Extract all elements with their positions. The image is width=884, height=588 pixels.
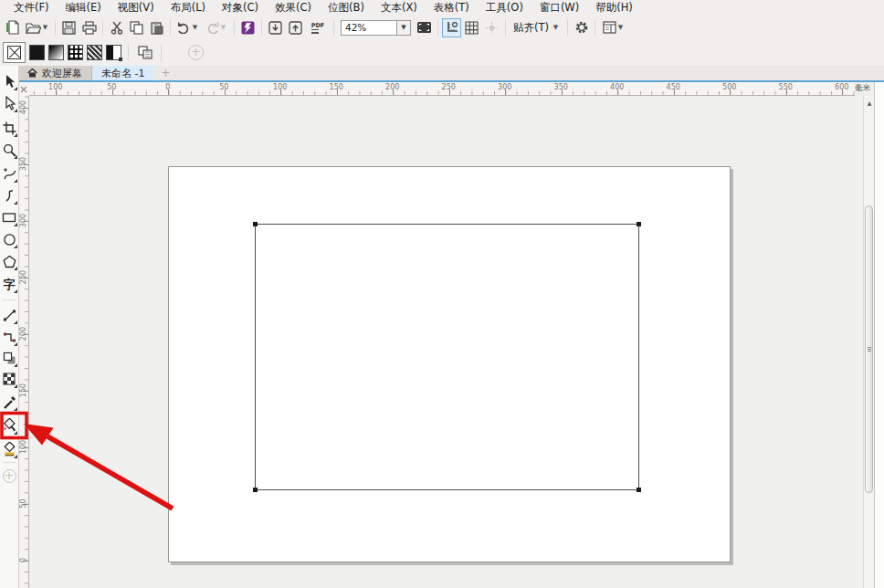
snap-to-dropdown-arrow[interactable]: ▼ — [552, 24, 560, 31]
add-toolbar-item-button[interactable]: + — [188, 45, 204, 60]
cut-button[interactable] — [107, 18, 126, 37]
import-button[interactable] — [266, 18, 285, 37]
document-tab-bar: 欢迎屏幕 未命名 -1 + — [18, 66, 884, 82]
save-floppy-icon — [62, 21, 76, 35]
drawn-rectangle-object[interactable] — [255, 224, 639, 490]
tab-untitled-document[interactable]: 未命名 -1 — [92, 66, 153, 80]
redo-button[interactable]: ▼ — [203, 18, 230, 37]
connector-tool[interactable] — [1, 327, 17, 347]
texture-fill-button[interactable] — [87, 45, 102, 60]
menu-item[interactable]: 布局(L) — [163, 0, 214, 16]
ruler-label: 350 — [554, 83, 568, 91]
redo-dropdown-arrow[interactable]: ▼ — [219, 24, 227, 31]
transparency-checker-icon — [3, 373, 16, 385]
publish-pdf-button[interactable]: PDF — [306, 18, 330, 37]
scroll-up-arrow[interactable]: ▲ — [865, 98, 874, 109]
text-tool[interactable]: 字 — [1, 274, 17, 294]
copy-properties-button[interactable] — [135, 43, 154, 62]
show-grid-button[interactable] — [462, 18, 481, 37]
interactive-fill-tool[interactable] — [1, 415, 17, 436]
undo-dropdown-arrow[interactable]: ▼ — [191, 24, 199, 31]
menu-item[interactable]: 对象(C) — [214, 0, 267, 16]
vertical-scrollbar[interactable]: ▲ — [863, 96, 874, 588]
color-eyedropper-tool[interactable] — [1, 392, 17, 412]
uniform-fill-button[interactable] — [29, 45, 45, 60]
menu-item[interactable]: 文本(X) — [373, 0, 426, 16]
drawing-canvas[interactable] — [29, 96, 863, 588]
menu-item[interactable]: 编辑(E) — [58, 0, 110, 16]
shape-tool[interactable] — [1, 93, 17, 113]
menu-item[interactable]: 位图(B) — [320, 0, 373, 16]
menu-item[interactable]: 文件(F) — [5, 0, 58, 16]
menu-item[interactable]: 工具(O) — [478, 0, 531, 16]
show-guidelines-button[interactable] — [482, 18, 501, 37]
new-document-tab-button[interactable]: + — [153, 66, 177, 80]
ellipse-tool[interactable] — [1, 229, 17, 249]
transparency-tool[interactable] — [1, 369, 17, 389]
print-button[interactable] — [79, 18, 99, 37]
vertical-scrollbar-thumb[interactable] — [865, 205, 873, 493]
options-button[interactable] — [572, 18, 591, 37]
parallel-dimension-tool[interactable] — [1, 305, 17, 325]
parallel-dimension-icon — [3, 309, 16, 322]
ruler-label: 50 — [107, 83, 116, 91]
menu-item[interactable]: 表格(T) — [426, 0, 478, 16]
vertical-ruler[interactable]: 400350300250200150100500 — [19, 96, 29, 588]
crop-tool[interactable] — [1, 118, 17, 138]
ruler-origin-button[interactable] — [18, 82, 29, 96]
add-tool-button[interactable]: + — [1, 466, 17, 486]
menu-item[interactable]: 窗口(W) — [531, 0, 587, 16]
two-color-fill-button[interactable] — [106, 45, 121, 60]
full-screen-preview-button[interactable] — [415, 18, 434, 37]
zoom-dropdown-arrow[interactable]: ▼ — [397, 20, 411, 36]
ruler-label: 100 — [273, 83, 287, 91]
export-button[interactable] — [286, 18, 305, 37]
snap-to-button[interactable]: 贴齐(T) ▼ — [510, 19, 563, 37]
new-document-icon — [6, 20, 20, 35]
fountain-fill-button[interactable] — [48, 45, 64, 60]
menu-item[interactable]: 效果(C) — [267, 0, 320, 16]
toolbar-separator — [55, 19, 56, 37]
ruler-label: 300 — [498, 83, 511, 91]
menu-item[interactable]: 帮助(H) — [587, 0, 641, 16]
selection-handle-top-left[interactable] — [253, 222, 258, 226]
workspace-dropdown-arrow[interactable]: ▼ — [616, 24, 625, 31]
save-button[interactable] — [59, 18, 79, 37]
selection-handle-bottom-right[interactable] — [637, 488, 641, 492]
undo-button[interactable]: ▼ — [174, 18, 202, 37]
pick-tool[interactable] — [1, 71, 17, 91]
copy-button[interactable] — [127, 18, 146, 37]
zoom-tool[interactable] — [1, 140, 17, 160]
polygon-tool[interactable] — [1, 251, 17, 271]
open-folder-icon — [26, 21, 41, 34]
show-rulers-button[interactable] — [442, 18, 461, 37]
artistic-media-icon — [3, 189, 16, 203]
drop-shadow-tool[interactable] — [1, 348, 17, 368]
selection-handle-top-right[interactable] — [637, 222, 641, 226]
open-dropdown-arrow[interactable]: ▼ — [41, 24, 49, 31]
smart-fill-tool[interactable] — [1, 439, 17, 459]
ruler-label: 400 — [610, 83, 624, 91]
menu-item[interactable]: 视图(V) — [110, 0, 163, 16]
open-button[interactable]: ▼ — [24, 18, 51, 37]
paste-button[interactable] — [147, 18, 166, 37]
tab-welcome-screen[interactable]: 欢迎屏幕 — [18, 66, 92, 80]
rectangle-tool[interactable] — [1, 207, 17, 227]
selection-handle-bottom-left[interactable] — [253, 488, 258, 492]
freehand-tool[interactable] — [1, 163, 17, 184]
workspace-button[interactable]: ▼ — [599, 18, 628, 37]
full-screen-preview-icon — [416, 21, 432, 34]
new-document-button[interactable] — [4, 18, 23, 37]
no-fill-button[interactable] — [3, 42, 26, 63]
scrollbar-grip — [868, 347, 871, 348]
toolbar-separator — [170, 19, 171, 37]
horizontal-ruler[interactable]: 1005005010015020025030035040045050055060… — [29, 82, 855, 96]
show-rulers-icon — [445, 21, 458, 35]
pattern-fill-button[interactable] — [68, 45, 83, 60]
eyedropper-icon — [3, 395, 16, 409]
zoom-level-input[interactable] — [341, 20, 397, 36]
connector-icon — [3, 331, 16, 344]
ruler-label: 50 — [219, 83, 228, 91]
application-launcher-button[interactable] — [238, 18, 258, 37]
artistic-media-tool[interactable] — [1, 185, 17, 205]
